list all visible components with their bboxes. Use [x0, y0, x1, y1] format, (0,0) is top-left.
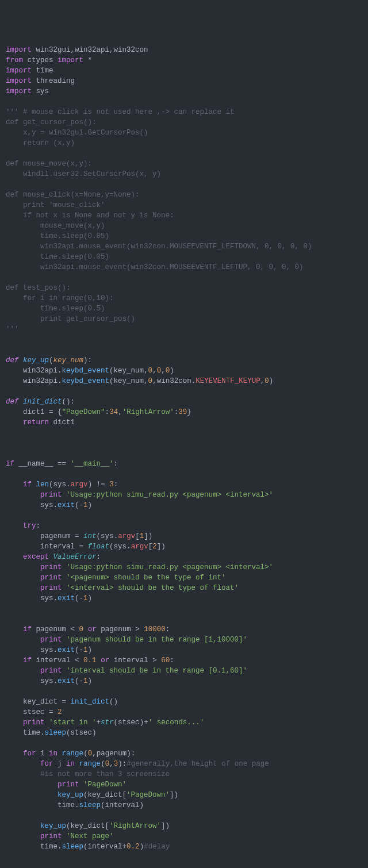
code-line[interactable]: sys.exit(-1): [6, 676, 362, 686]
code-line[interactable]: [6, 738, 362, 748]
code-line[interactable]: win32api.keybd_event(key_num,0,0,0): [6, 366, 362, 376]
code-line[interactable]: import sys: [6, 86, 362, 97]
code-line[interactable]: interval = float(sys.argv[2]): [6, 541, 362, 552]
code-line[interactable]: print 'Usage:python simu_read.py <pagenu…: [6, 562, 362, 573]
code-editor[interactable]: import win32gui,win32api,win32confrom ct…: [6, 45, 362, 852]
code-line[interactable]: if pagenum < 0 or pagenum > 10000:: [6, 624, 362, 635]
code-line[interactable]: import time: [6, 66, 362, 76]
code-line[interactable]: #is not more than 3 screensize: [6, 769, 362, 779]
code-line[interactable]: time.sleep(0.5): [6, 304, 362, 314]
code-line[interactable]: import win32gui,win32api,win32con: [6, 45, 362, 55]
code-line[interactable]: ''' # mouse click is not used here ,-> c…: [6, 107, 362, 117]
code-line[interactable]: time.sleep(0.05): [6, 231, 362, 241]
code-line[interactable]: import threading: [6, 76, 362, 86]
code-line[interactable]: [6, 272, 362, 283]
code-line[interactable]: def test_pos():: [6, 283, 362, 293]
code-line[interactable]: return (x,y): [6, 138, 362, 148]
code-line[interactable]: print '<pagenum> should be the type of i…: [6, 573, 362, 583]
code-line[interactable]: win32api.mouse_event(win32con.MOUSEEVENT…: [6, 262, 362, 272]
code-line[interactable]: [6, 510, 362, 521]
code-line[interactable]: [6, 148, 362, 159]
code-line[interactable]: key_up(key_dict['RightArrow']): [6, 821, 362, 831]
code-line[interactable]: [6, 811, 362, 821]
code-line[interactable]: for j in range(0,3):#generally,the heigh…: [6, 759, 362, 769]
code-line[interactable]: win32api.mouse_event(win32con.MOUSEEVENT…: [6, 241, 362, 252]
code-line[interactable]: [6, 386, 362, 397]
code-line[interactable]: [6, 448, 362, 459]
code-line[interactable]: print 'pagenum should be in the range [1…: [6, 635, 362, 645]
code-line[interactable]: for i in range(0,10):: [6, 293, 362, 304]
code-line[interactable]: print 'Usage:python simu_read.py <pagenu…: [6, 490, 362, 500]
code-line[interactable]: windll.user32.SetCursorPos(x, y): [6, 169, 362, 179]
code-line[interactable]: print 'Next page': [6, 831, 362, 842]
code-line[interactable]: for i in range(0,pagenum):: [6, 748, 362, 759]
code-line[interactable]: return dict1: [6, 417, 362, 428]
code-line[interactable]: if not x is None and not y is None:: [6, 210, 362, 221]
code-line[interactable]: sys.exit(-1): [6, 645, 362, 655]
code-line[interactable]: stsec = 2: [6, 707, 362, 717]
code-line[interactable]: def get_cursor_pos():: [6, 117, 362, 128]
code-line[interactable]: x,y = win32gui.GetCursorPos(): [6, 128, 362, 138]
code-line[interactable]: def mouse_move(x,y):: [6, 159, 362, 169]
code-line[interactable]: time.sleep(interval+0.2)#delay: [6, 842, 362, 852]
code-line[interactable]: time.sleep(0.05): [6, 252, 362, 262]
code-line[interactable]: [6, 428, 362, 438]
code-line[interactable]: ''': [6, 324, 362, 335]
code-line[interactable]: key_dict = init_dict(): [6, 697, 362, 707]
code-line[interactable]: def key_up(key_num):: [6, 355, 362, 366]
code-line[interactable]: [6, 97, 362, 107]
code-line[interactable]: if __name__ == '__main__':: [6, 459, 362, 469]
code-line[interactable]: [6, 345, 362, 355]
code-line[interactable]: if len(sys.argv) != 3:: [6, 479, 362, 490]
code-line[interactable]: sys.exit(-1): [6, 500, 362, 510]
code-line[interactable]: pagenum = int(sys.argv[1]): [6, 531, 362, 541]
code-line[interactable]: [6, 438, 362, 448]
code-line[interactable]: mouse_move(x,y): [6, 221, 362, 231]
code-line[interactable]: [6, 179, 362, 190]
code-line[interactable]: print 'start in '+str(stsec)+' seconds..…: [6, 717, 362, 728]
code-line[interactable]: try:: [6, 521, 362, 531]
code-line[interactable]: [6, 469, 362, 479]
code-line[interactable]: dict1 = {"PageDown":34,'RightArrow':39}: [6, 407, 362, 417]
code-line[interactable]: key_up(key_dict['PageDown']): [6, 790, 362, 800]
code-line[interactable]: print 'PageDown': [6, 779, 362, 790]
code-line[interactable]: def mouse_click(x=None,y=None):: [6, 190, 362, 200]
code-line[interactable]: time.sleep(interval): [6, 800, 362, 811]
code-line[interactable]: from ctypes import *: [6, 55, 362, 66]
code-line[interactable]: print get_cursor_pos(): [6, 314, 362, 324]
code-line[interactable]: [6, 335, 362, 345]
code-line[interactable]: print 'mouse_click': [6, 200, 362, 210]
code-line[interactable]: if interval < 0.1 or interval > 60:: [6, 655, 362, 666]
code-line[interactable]: except ValueError:: [6, 552, 362, 562]
code-line[interactable]: win32api.keybd_event(key_num,0,win32con.…: [6, 376, 362, 386]
code-line[interactable]: [6, 686, 362, 697]
code-line[interactable]: sys.exit(-1): [6, 593, 362, 604]
code-line[interactable]: print 'interval should be in the range […: [6, 666, 362, 676]
code-line[interactable]: [6, 614, 362, 624]
code-line[interactable]: [6, 604, 362, 614]
code-line[interactable]: time.sleep(stsec): [6, 728, 362, 738]
code-line[interactable]: def init_dict():: [6, 397, 362, 407]
code-line[interactable]: print '<interval> should be the type of …: [6, 583, 362, 593]
